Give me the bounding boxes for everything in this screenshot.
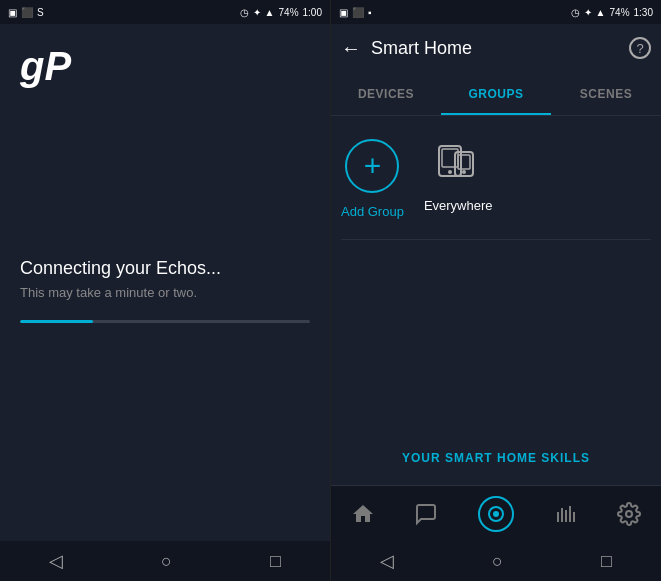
svg-rect-9 — [561, 508, 563, 522]
tab-devices[interactable]: DEVICES — [331, 72, 441, 115]
svg-point-2 — [448, 170, 452, 174]
right-panel: ▣ ⬛ ▪ ◷ ✦ ▲ 74% 1:30 ← Smart Home ? DEVI… — [330, 0, 661, 581]
nav-settings-button[interactable] — [613, 498, 645, 530]
clock-icon: ◷ — [240, 7, 249, 18]
add-group-label: Add Group — [341, 204, 404, 219]
skills-label: YOUR SMART HOME SKILLS — [402, 451, 590, 465]
back-arrow-button[interactable]: ← — [341, 37, 361, 60]
add-group-circle-icon: + — [345, 139, 399, 193]
everywhere-item[interactable]: Everywhere — [424, 136, 493, 213]
smart-home-skills-section[interactable]: YOUR SMART HOME SKILLS — [341, 451, 651, 485]
sb-right-left-icons: ▣ ⬛ ▪ — [339, 7, 372, 18]
divider — [341, 239, 651, 240]
equalizer-icon — [554, 502, 578, 526]
square-nav-icon-right[interactable]: □ — [601, 551, 612, 572]
svg-rect-11 — [569, 506, 571, 522]
svg-point-5 — [462, 170, 466, 174]
battery-icon-r: 74% — [610, 7, 630, 18]
svg-rect-4 — [458, 155, 470, 169]
status-bar-right: ▣ ⬛ ▪ ◷ ✦ ▲ 74% 1:30 — [331, 0, 661, 24]
nav-alexa-button[interactable] — [474, 492, 518, 536]
photo-icon: ⬛ — [21, 7, 33, 18]
svg-rect-12 — [573, 512, 575, 522]
amazon-icon-r: ▪ — [368, 7, 372, 18]
svg-rect-10 — [565, 510, 567, 522]
sb-left-icons: ▣ ⬛ S — [8, 7, 44, 18]
settings-icon — [617, 502, 641, 526]
tab-scenes[interactable]: SCENES — [551, 72, 661, 115]
progress-bar — [20, 320, 310, 323]
time-right: 1:30 — [634, 7, 653, 18]
wifi-icon-r: ▲ — [596, 7, 606, 18]
nav-bar-right: ◁ ○ □ — [331, 541, 661, 581]
nav-equalizer-button[interactable] — [550, 498, 582, 530]
nav-chat-button[interactable] — [410, 498, 442, 530]
svg-point-13 — [626, 511, 632, 517]
wifi-icon: ▲ — [265, 7, 275, 18]
subtitle-text: This may take a minute or two. — [20, 285, 310, 300]
everywhere-icon-container — [431, 136, 485, 190]
bottom-nav — [331, 485, 661, 541]
home-nav-icon-right[interactable]: ○ — [492, 551, 503, 572]
groups-content: + Add Group — [331, 116, 661, 485]
time-left: 1:00 — [303, 7, 322, 18]
battery-icon: 74% — [279, 7, 299, 18]
notification-icon-r: ▣ — [339, 7, 348, 18]
bluetooth-icon: ✦ — [253, 7, 261, 18]
tabs-bar: DEVICES GROUPS SCENES — [331, 72, 661, 116]
tab-groups[interactable]: GROUPS — [441, 72, 551, 115]
empty-area — [341, 260, 651, 451]
home-nav-icon-left[interactable]: ○ — [161, 551, 172, 572]
sb-right-right-icons: ◷ ✦ ▲ 74% 1:30 — [571, 7, 653, 18]
home-icon — [351, 502, 375, 526]
groups-grid: + Add Group — [341, 136, 651, 219]
clock-icon-r: ◷ — [571, 7, 580, 18]
nav-bar-left: ◁ ○ □ — [0, 541, 330, 581]
svg-rect-8 — [557, 512, 559, 522]
page-title: Smart Home — [371, 38, 619, 59]
top-bar: ← Smart Home ? — [331, 24, 661, 72]
connecting-text: Connecting your Echos... — [20, 258, 310, 279]
everywhere-label: Everywhere — [424, 198, 493, 213]
left-panel: ▣ ⬛ S ◷ ✦ ▲ 74% 1:00 gP Connecting your … — [0, 0, 330, 581]
alexa-inner-icon — [487, 505, 505, 523]
svg-point-7 — [493, 511, 499, 517]
notification-icon: ▣ — [8, 7, 17, 18]
back-nav-icon-right[interactable]: ◁ — [380, 550, 394, 572]
everywhere-device-icon — [431, 136, 485, 190]
nav-home-button[interactable] — [347, 498, 379, 530]
photo-icon-r: ⬛ — [352, 7, 364, 18]
square-nav-icon-left[interactable]: □ — [270, 551, 281, 572]
left-content: Connecting your Echos... This may take a… — [0, 39, 330, 541]
sb-right-icons: ◷ ✦ ▲ 74% 1:00 — [240, 7, 322, 18]
add-group-icon-container: + — [342, 136, 402, 196]
help-button[interactable]: ? — [629, 37, 651, 59]
status-bar-left: ▣ ⬛ S ◷ ✦ ▲ 74% 1:00 — [0, 0, 330, 24]
chat-icon — [414, 502, 438, 526]
progress-bar-fill — [20, 320, 93, 323]
add-group-item[interactable]: + Add Group — [341, 136, 404, 219]
back-nav-icon-left[interactable]: ◁ — [49, 550, 63, 572]
alexa-ring-icon — [478, 496, 514, 532]
bluetooth-icon-r: ✦ — [584, 7, 592, 18]
skype-icon: S — [37, 7, 44, 18]
